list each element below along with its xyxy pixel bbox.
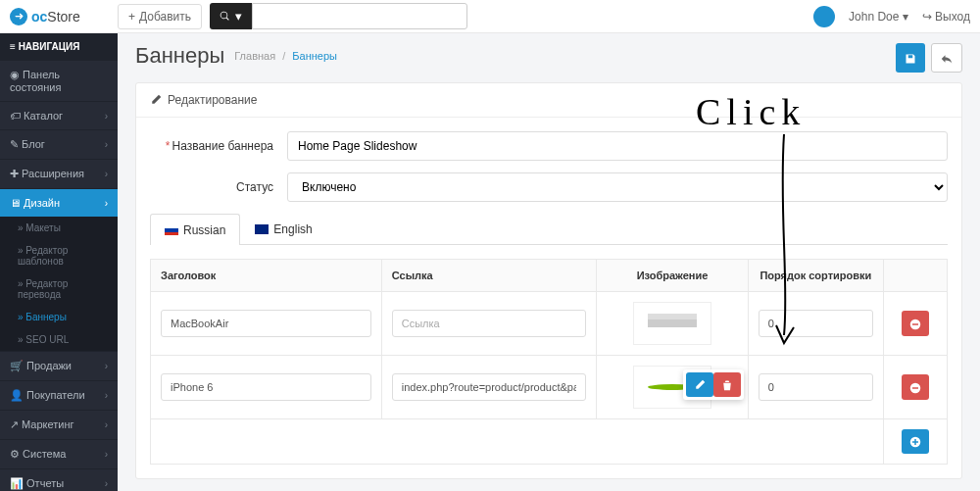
sidebar-item-customers[interactable]: 👤 Покупатели› xyxy=(0,380,118,410)
table-row-footer xyxy=(151,419,948,465)
lang-tabs: Russian English xyxy=(150,214,948,245)
row-sort-input[interactable] xyxy=(759,310,873,337)
sidebar-item-dashboard[interactable]: ◉ Панель состояния xyxy=(0,60,118,101)
sidebar-item-system[interactable]: ⚙ Система› xyxy=(0,439,118,468)
row-remove-button[interactable] xyxy=(902,311,929,335)
crumb-home[interactable]: Главная xyxy=(234,50,275,62)
search-icon xyxy=(220,11,231,23)
header-actions xyxy=(896,43,962,73)
sidebar-item-catalog[interactable]: 🏷 Каталог› xyxy=(0,101,118,129)
logout-label: Выход xyxy=(935,10,970,24)
col-title: Заголовок xyxy=(151,260,382,292)
banner-name-input[interactable] xyxy=(287,131,948,161)
pencil-icon xyxy=(694,379,706,391)
sidebar-item-design[interactable]: 🖥 Дизайн› xyxy=(0,188,118,217)
back-button[interactable] xyxy=(931,43,962,73)
logout-link[interactable]: ↪ Выход xyxy=(922,10,970,24)
sidebar: ≡ НАВИГАЦИЯ ◉ Панель состояния 🏷 Каталог… xyxy=(0,33,118,491)
chevron-right-icon: › xyxy=(105,478,108,489)
page-title: Баннеры xyxy=(135,43,224,69)
chevron-right-icon: › xyxy=(105,419,108,430)
save-icon xyxy=(905,53,916,65)
search-button[interactable]: ▾ xyxy=(210,3,252,29)
col-sort: Порядок сортировки xyxy=(748,260,883,292)
panel-heading: Редактирование xyxy=(136,83,961,118)
user-name: John Doe xyxy=(849,10,899,24)
add-button[interactable]: +Добавить xyxy=(118,4,202,29)
save-button[interactable] xyxy=(896,43,925,73)
logo-icon: ➜ xyxy=(10,8,27,25)
chevron-right-icon: › xyxy=(105,111,108,122)
plus-circle-icon xyxy=(909,436,921,448)
row-title-input[interactable] xyxy=(161,373,371,401)
row-remove-button[interactable] xyxy=(902,374,929,399)
sidebar-sub-layouts[interactable]: » Макеты xyxy=(0,217,118,239)
row-image-thumb[interactable] xyxy=(633,302,711,345)
sidebar-item-sales[interactable]: 🛒 Продажи› xyxy=(0,351,118,380)
user-menu[interactable]: John Doe ▾ xyxy=(849,10,908,24)
image-delete-button[interactable] xyxy=(713,372,741,397)
trash-icon xyxy=(721,379,733,391)
nav-header: ≡ НАВИГАЦИЯ xyxy=(0,33,118,60)
row-link-input[interactable] xyxy=(392,310,587,337)
tab-english[interactable]: English xyxy=(240,214,326,244)
logo[interactable]: ➜ ocStore xyxy=(10,8,118,25)
sidebar-item-blog[interactable]: ✎ Блог› xyxy=(0,129,118,159)
chevron-right-icon: › xyxy=(105,449,108,460)
brand-store: Store xyxy=(47,9,79,25)
brand-oc: oc xyxy=(31,9,47,25)
row-title-input[interactable] xyxy=(161,310,371,337)
svg-rect-1 xyxy=(912,323,918,325)
banner-table: Заголовок Ссылка Изображение Порядок сор… xyxy=(150,259,948,465)
reply-icon xyxy=(941,53,953,65)
image-popover xyxy=(683,369,744,400)
col-image: Изображение xyxy=(597,260,748,292)
sidebar-sub-theme-editor[interactable]: » Редактор шаблонов xyxy=(0,239,118,272)
plus-icon: + xyxy=(128,10,135,24)
panel-body: *Название баннера Статус Включено Russia… xyxy=(136,118,961,478)
row-link-input[interactable] xyxy=(392,373,587,401)
footer: ocStore © 2009-2020 Все права защищены. … xyxy=(135,479,962,491)
image-edit-button[interactable] xyxy=(686,372,713,397)
pencil-icon xyxy=(150,94,162,106)
minus-circle-icon xyxy=(909,382,921,394)
chevron-right-icon: › xyxy=(105,198,108,209)
row-add-button[interactable] xyxy=(902,429,929,454)
chevron-right-icon: › xyxy=(105,390,108,401)
svg-rect-3 xyxy=(912,387,918,389)
search-group: ▾ xyxy=(210,3,467,29)
add-label: Добавить xyxy=(139,10,191,24)
flag-ru-icon xyxy=(165,225,178,235)
sidebar-sub-lang-editor[interactable]: » Редактор перевода xyxy=(0,272,118,306)
banner-name-label: *Название баннера xyxy=(150,139,287,153)
sidebar-sub-seo[interactable]: » SEO URL xyxy=(0,328,118,351)
topbar-right: John Doe ▾ ↪ Выход xyxy=(813,6,970,27)
flag-en-icon xyxy=(255,224,269,234)
avatar[interactable] xyxy=(813,6,835,27)
status-select[interactable]: Включено xyxy=(287,172,948,202)
sidebar-item-extensions[interactable]: ✚ Расширения› xyxy=(0,159,118,188)
chevron-right-icon: › xyxy=(105,139,108,150)
sidebar-item-reports[interactable]: 📊 Отчеты› xyxy=(0,468,118,491)
table-row xyxy=(151,356,948,419)
minus-circle-icon xyxy=(909,319,921,330)
search-input[interactable] xyxy=(252,3,467,29)
crumb-current[interactable]: Баннеры xyxy=(292,50,337,62)
sidebar-sub-banners[interactable]: » Баннеры xyxy=(0,306,118,328)
table-row xyxy=(151,292,948,356)
sidebar-item-marketing[interactable]: ↗ Маркетинг› xyxy=(0,410,118,439)
content: Баннеры Главная / Баннеры Редактирование… xyxy=(118,33,980,491)
edit-panel: Редактирование *Название баннера Статус … xyxy=(135,82,962,479)
topbar: ➜ ocStore +Добавить ▾ John Doe ▾ ↪ Выход xyxy=(0,0,980,33)
row-sort-input[interactable] xyxy=(759,373,873,401)
chevron-right-icon: › xyxy=(105,169,108,179)
tab-russian[interactable]: Russian xyxy=(150,214,240,245)
status-label: Статус xyxy=(150,180,287,194)
breadcrumb: Главная / Баннеры xyxy=(234,50,337,62)
chevron-right-icon: › xyxy=(105,361,108,371)
col-link: Ссылка xyxy=(381,260,597,292)
page-header: Баннеры Главная / Баннеры xyxy=(135,43,962,69)
